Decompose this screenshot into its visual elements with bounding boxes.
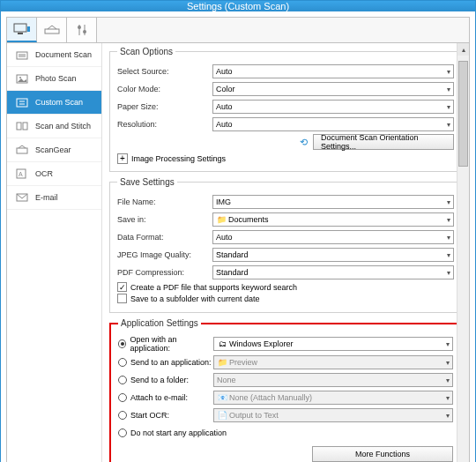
- file-name-field[interactable]: IMG▾: [212, 195, 454, 209]
- send-to-app-radio[interactable]: Send to an application:: [118, 358, 213, 367]
- scan-options-legend: Scan Options: [117, 47, 175, 56]
- sidebar: Document Scan Photo Scan Custom Scan Sca…: [7, 43, 102, 462]
- sidebar-item-scangear[interactable]: ScanGear: [7, 138, 101, 162]
- jpeg-quality-label: JPEG Image Quality:: [117, 250, 212, 259]
- plus-icon: +: [117, 153, 128, 164]
- text-icon: 📄: [217, 411, 227, 420]
- monitor-icon: [13, 23, 31, 35]
- svg-text:A: A: [19, 171, 23, 177]
- application-settings-legend: Application Settings: [118, 318, 201, 328]
- pdf-compression-dropdown[interactable]: Standard▾: [212, 265, 454, 279]
- orientation-settings-button[interactable]: Document Scan Orientation Settings...: [313, 134, 454, 150]
- chevron-down-icon: ▾: [447, 121, 450, 129]
- send-to-app-dropdown[interactable]: 📁Preview▾: [213, 355, 453, 369]
- explorer-icon: 🗂: [217, 339, 227, 348]
- sidebar-item-document-scan[interactable]: Document Scan: [7, 43, 101, 67]
- attach-email-radio[interactable]: Attach to e-mail:: [118, 393, 213, 402]
- top-toolbar: [6, 17, 470, 42]
- select-source-dropdown[interactable]: Auto▾: [212, 64, 454, 78]
- paper-size-label: Paper Size:: [117, 102, 212, 111]
- toolbar-scan-from-panel[interactable]: [37, 18, 67, 42]
- settings-window: Settings (Custom Scan) Document Scan: [0, 0, 476, 462]
- open-with-dropdown[interactable]: 🗂Windows Explorer▾: [213, 337, 453, 351]
- sidebar-item-ocr[interactable]: A OCR: [7, 162, 101, 186]
- keyword-search-checkbox[interactable]: ✓ Create a PDF file that supports keywor…: [117, 282, 454, 292]
- chevron-down-icon: ▾: [447, 269, 450, 277]
- scanner-icon: [44, 25, 60, 35]
- checkbox-unchecked-icon: [117, 294, 127, 303]
- subfolder-checkbox[interactable]: Save to a subfolder with current date: [117, 294, 454, 303]
- chevron-down-icon: ▾: [447, 216, 450, 224]
- save-settings-group: Save Settings File Name: IMG▾ Save in: 📁…: [109, 177, 462, 313]
- chevron-down-icon: ▾: [446, 376, 450, 384]
- sliders-icon: [76, 24, 88, 36]
- start-ocr-radio[interactable]: Start OCR:: [118, 411, 213, 420]
- send-to-folder-radio[interactable]: Send to a folder:: [118, 376, 213, 384]
- send-to-folder-dropdown[interactable]: None▾: [213, 373, 453, 387]
- svg-rect-17: [23, 123, 27, 130]
- reset-icon[interactable]: ⟲: [300, 137, 308, 148]
- jpeg-quality-dropdown[interactable]: Standard▾: [212, 248, 454, 262]
- image-processing-expander[interactable]: + Image Processing Settings: [117, 153, 454, 164]
- checkbox-checked-icon: ✓: [117, 282, 127, 292]
- attach-email-dropdown[interactable]: 📧None (Attach Manually)▾: [213, 391, 453, 405]
- body: Document Scan Photo Scan Custom Scan Sca…: [6, 42, 470, 462]
- vertical-scrollbar[interactable]: ▴ ▾: [457, 43, 469, 462]
- scroll-up-arrow[interactable]: ▴: [457, 43, 469, 56]
- color-mode-label: Color Mode:: [117, 85, 212, 93]
- chevron-down-icon: ▾: [447, 251, 450, 259]
- sidebar-item-photo-scan[interactable]: Photo Scan: [7, 67, 101, 91]
- sidebar-label: OCR: [35, 169, 53, 178]
- sidebar-item-scan-and-stitch[interactable]: Scan and Stitch: [7, 115, 101, 138]
- open-with-radio[interactable]: Open with an application:: [118, 335, 213, 353]
- save-in-label: Save in:: [117, 215, 212, 224]
- svg-rect-16: [17, 123, 21, 130]
- pdf-compression-label: PDF Compression:: [117, 268, 212, 277]
- svg-rect-2: [27, 26, 30, 32]
- sidebar-item-custom-scan[interactable]: Custom Scan: [7, 91, 101, 115]
- sidebar-item-email[interactable]: E-mail: [7, 186, 101, 210]
- do-not-start-radio[interactable]: Do not start any application: [118, 428, 227, 437]
- main-panel: Scan Options Select Source: Auto▾ Color …: [102, 43, 469, 462]
- svg-rect-3: [45, 29, 59, 34]
- svg-rect-13: [17, 99, 27, 107]
- window-title: Settings (Custom Scan): [187, 1, 289, 11]
- sidebar-label: ScanGear: [35, 145, 71, 154]
- chevron-down-icon: ▾: [447, 68, 450, 76]
- save-settings-legend: Save Settings: [117, 177, 177, 187]
- client-area: Document Scan Photo Scan Custom Scan Sca…: [1, 11, 475, 462]
- folder-icon: 📁: [216, 215, 227, 224]
- chevron-down-icon: ▾: [446, 394, 450, 402]
- resolution-dropdown[interactable]: Auto▾: [212, 117, 454, 131]
- mail-icon: 📧: [217, 393, 227, 402]
- chevron-down-icon: ▾: [447, 86, 450, 93]
- scan-options-group: Scan Options Select Source: Auto▾ Color …: [109, 47, 462, 172]
- title-bar: Settings (Custom Scan): [1, 1, 475, 11]
- save-in-dropdown[interactable]: 📁Documents▾: [212, 212, 454, 227]
- svg-rect-8: [17, 52, 27, 59]
- email-icon: [14, 191, 30, 204]
- chevron-down-icon: ▾: [447, 198, 450, 206]
- paper-size-dropdown[interactable]: Auto▾: [212, 100, 454, 114]
- color-mode-dropdown[interactable]: Color▾: [212, 82, 454, 96]
- toolbar-general-settings[interactable]: [67, 18, 97, 42]
- resolution-label: Resolution:: [117, 120, 212, 129]
- svg-rect-18: [17, 148, 27, 153]
- scangear-icon: [14, 144, 30, 156]
- svg-point-7: [83, 30, 86, 34]
- scroll-thumb[interactable]: [458, 61, 468, 167]
- chevron-down-icon: ▾: [446, 340, 450, 348]
- file-name-label: File Name:: [117, 197, 212, 206]
- toolbar-scan-from-computer[interactable]: [7, 18, 37, 42]
- document-icon: [14, 48, 30, 61]
- data-format-dropdown[interactable]: Auto▾: [212, 230, 454, 244]
- sidebar-label: Photo Scan: [35, 74, 77, 83]
- svg-rect-1: [18, 33, 23, 34]
- ocr-icon: A: [14, 168, 30, 180]
- svg-point-12: [19, 77, 21, 78]
- sidebar-label: Scan and Stitch: [35, 122, 91, 130]
- preview-icon: 📁: [217, 358, 227, 367]
- more-functions-button[interactable]: More Functions: [312, 446, 453, 462]
- sidebar-label: E-mail: [35, 193, 58, 202]
- start-ocr-dropdown[interactable]: 📄Output to Text▾: [213, 408, 453, 422]
